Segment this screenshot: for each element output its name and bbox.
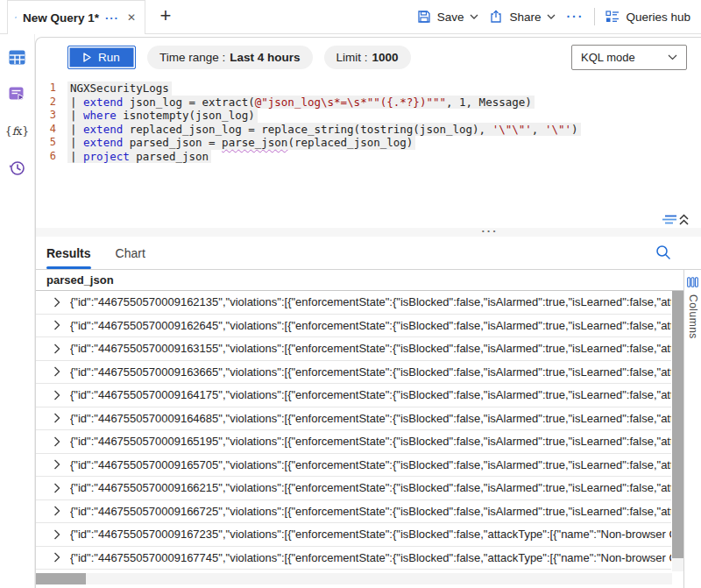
results-grid: {"id":"4467550570009162135","violations"…: [36, 291, 671, 570]
line-number: 6: [36, 150, 67, 164]
share-button[interactable]: Share: [489, 10, 556, 24]
query-mode-value: KQL mode: [581, 51, 635, 64]
share-label: Share: [509, 11, 541, 24]
results-tab-bar: Results Chart: [36, 237, 701, 270]
splitter-grip: ···: [482, 224, 499, 237]
topbar-actions: Save Share ···: [417, 0, 690, 33]
expand-row-icon[interactable]: [53, 529, 60, 540]
queries-hub-button[interactable]: Queries hub: [605, 11, 690, 24]
row-json-text: {"id":"4467550570009167235","violations"…: [70, 528, 671, 541]
code-text: | project parsed_json: [67, 150, 211, 164]
table-row[interactable]: {"id":"4467550570009163155","violations"…: [36, 337, 671, 361]
limit-pill[interactable]: Limit : 1000: [324, 46, 411, 69]
expand-row-icon[interactable]: [53, 297, 60, 308]
columns-panel-label: Columns: [687, 294, 699, 339]
row-json-text: {"id":"4467550570009162135","violations"…: [70, 295, 671, 308]
table-row[interactable]: {"id":"4467550570009162135","violations"…: [36, 291, 671, 315]
grid-column-header[interactable]: parsed_json: [36, 270, 701, 291]
save-label: Save: [437, 11, 464, 24]
vertical-scrollbar-thumb[interactable]: [672, 291, 683, 558]
app-window: New Query 1* ··· ✕ + Save: [0, 0, 701, 588]
code-line[interactable]: 6 | project parsed_json: [36, 150, 701, 164]
table-row[interactable]: {"id":"4467550570009165195","violations"…: [36, 430, 671, 454]
functions-icon[interactable]: {fx}: [9, 122, 26, 139]
tab-chart[interactable]: Chart: [116, 237, 145, 269]
save-button[interactable]: Save: [417, 10, 479, 24]
new-tab-button[interactable]: +: [154, 4, 177, 27]
chevron-down-icon: [668, 54, 677, 60]
expand-row-icon[interactable]: [53, 366, 60, 377]
query-panel: Run Time range : Last 4 hours Limit : 10…: [35, 37, 701, 588]
table-row[interactable]: {"id":"4467550570009167745","violations"…: [36, 547, 671, 570]
table-row[interactable]: {"id":"4467550570009162645","violations"…: [36, 315, 671, 338]
expand-row-icon[interactable]: [53, 413, 60, 423]
table-row[interactable]: {"id":"4467550570009164175","violations"…: [36, 384, 671, 407]
table-row[interactable]: {"id":"4467550570009165705","violations"…: [36, 454, 671, 478]
row-json-text: {"id":"4467550570009165705","violations"…: [70, 458, 671, 471]
saved-queries-icon[interactable]: [9, 85, 26, 103]
double-chevron-up-icon: [680, 216, 688, 225]
more-actions-button[interactable]: ···: [566, 10, 584, 24]
table-row[interactable]: {"id":"4467550570009166725","violations"…: [36, 500, 671, 524]
panel-splitter[interactable]: ···: [36, 228, 701, 237]
time-range-value: Last 4 hours: [230, 51, 300, 64]
horizontal-scrollbar[interactable]: [36, 573, 672, 584]
queries-hub-label: Queries hub: [626, 11, 690, 24]
line-number: 1: [36, 81, 67, 96]
code-text: | extend replaced_json_log = replace_str…: [67, 123, 581, 137]
time-range-pill[interactable]: Time range : Last 4 hours: [147, 46, 313, 69]
adx-logo-icon: [15, 10, 17, 25]
query-editor[interactable]: 1 NGXSecurityLogs 2 | extend json_log = …: [36, 78, 701, 209]
search-icon: [655, 244, 671, 260]
table-row[interactable]: {"id":"4467550570009164685","violations"…: [36, 407, 671, 431]
time-range-label: Time range :: [159, 51, 225, 64]
history-icon[interactable]: [9, 159, 26, 176]
query-toolbar: Run Time range : Last 4 hours Limit : 10…: [36, 38, 701, 76]
code-line[interactable]: 4 | extend replaced_json_log = replace_s…: [36, 123, 701, 137]
row-json-text: {"id":"4467550570009165195","violations"…: [70, 435, 671, 448]
query-tab[interactable]: New Query 1* ··· ✕: [7, 0, 145, 34]
table-row[interactable]: {"id":"4467550570009163665","violations"…: [36, 361, 671, 385]
expand-row-icon[interactable]: [53, 344, 60, 354]
table-row[interactable]: {"id":"4467550570009167235","violations"…: [36, 523, 671, 547]
expand-row-icon[interactable]: [53, 506, 60, 516]
expand-row-icon[interactable]: [53, 459, 60, 470]
row-json-text: {"id":"4467550570009167745","violations"…: [70, 551, 671, 564]
tab-results[interactable]: Results: [46, 237, 91, 269]
vertical-scrollbar[interactable]: [672, 291, 683, 571]
save-icon: [417, 10, 431, 24]
line-number: 2: [36, 96, 67, 110]
table-row[interactable]: {"id":"4467550570009166215","violations"…: [36, 477, 671, 500]
line-number: 4: [36, 123, 67, 137]
queries-hub-icon: [605, 11, 620, 23]
horizontal-scrollbar-thumb[interactable]: [36, 573, 86, 584]
expand-row-icon[interactable]: [53, 390, 60, 400]
code-line[interactable]: 1 NGXSecurityLogs: [36, 81, 701, 96]
expand-row-icon[interactable]: [53, 436, 60, 447]
tab-close-icon[interactable]: ✕: [125, 11, 138, 25]
columns-panel-toggle[interactable]: Columns: [683, 270, 701, 588]
column-header-label: parsed_json: [46, 273, 114, 287]
code-line[interactable]: 2 | extend json_log = extract(@"json_log…: [36, 96, 701, 110]
code-line[interactable]: 5 | extend parsed_json = parse_json(repl…: [36, 136, 701, 150]
run-label: Run: [98, 51, 120, 64]
expand-row-icon[interactable]: [53, 483, 60, 493]
row-json-text: {"id":"4467550570009163665","violations"…: [70, 365, 671, 379]
code-text: | where isnotempty(json_log): [67, 109, 258, 123]
expand-row-icon[interactable]: [53, 552, 60, 563]
left-rail: {fx}: [0, 34, 35, 588]
expand-row-icon[interactable]: [53, 320, 60, 330]
row-json-text: {"id":"4467550570009166215","violations"…: [70, 481, 671, 494]
code-line[interactable]: 3 | where isnotempty(json_log): [36, 109, 701, 123]
row-json-text: {"id":"4467550570009163155","violations"…: [70, 342, 671, 355]
limit-label: Limit :: [336, 51, 368, 64]
run-button[interactable]: Run: [67, 46, 136, 69]
row-json-text: {"id":"4467550570009166725","violations"…: [70, 505, 671, 518]
tab-more-icon[interactable]: ···: [105, 12, 119, 24]
connections-table-icon[interactable]: [9, 48, 26, 66]
code-text: NGXSecurityLogs: [67, 81, 172, 96]
limit-value: 1000: [372, 51, 399, 64]
query-mode-select[interactable]: KQL mode: [571, 45, 687, 70]
search-button[interactable]: [655, 244, 671, 264]
tab-title: New Query 1*: [23, 11, 99, 25]
